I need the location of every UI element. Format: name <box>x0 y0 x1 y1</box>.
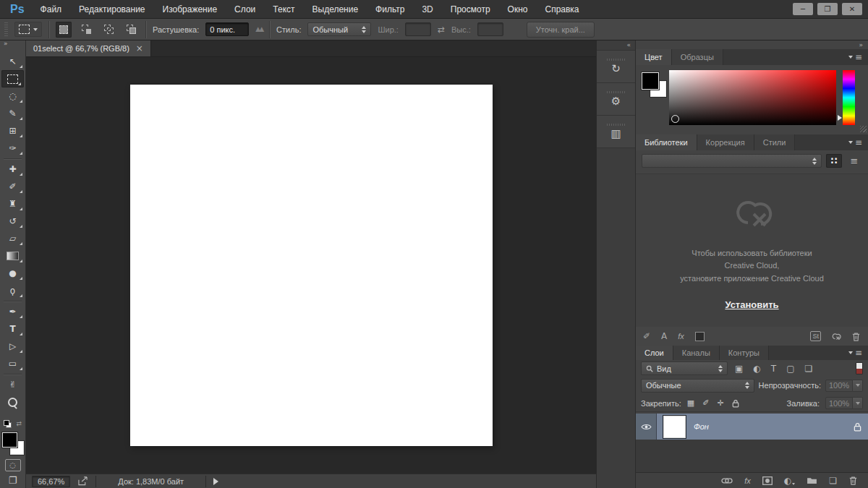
add-to-selection-button[interactable] <box>78 22 94 38</box>
subtract-from-selection-button[interactable] <box>101 22 116 38</box>
creative-cloud-icon[interactable] <box>830 331 843 342</box>
zoom-level-field[interactable]: 66,67% <box>32 476 70 487</box>
history-panel-button[interactable]: ↻ <box>597 51 635 83</box>
layer-visibility-toggle[interactable] <box>636 414 657 440</box>
dodge-tool[interactable]: ϙ <box>0 282 25 299</box>
foreground-color-swatch[interactable] <box>2 432 17 448</box>
eraser-tool[interactable]: ▱ <box>0 230 25 247</box>
quick-mask-button[interactable]: ◌ <box>5 459 21 471</box>
feather-input[interactable]: 0 пикс. <box>205 22 249 36</box>
menu-filter[interactable]: Фильтр <box>367 4 413 14</box>
tab-swatches[interactable]: Образцы <box>672 49 723 65</box>
options-grip[interactable] <box>4 22 8 37</box>
tab-libraries[interactable]: Библиотеки <box>636 134 697 150</box>
refine-edge-button[interactable]: Уточн. край... <box>527 22 595 38</box>
foreground-color-well[interactable] <box>642 72 659 90</box>
spot-healing-brush-tool[interactable]: ✚ <box>0 160 25 178</box>
collapse-right-icon[interactable]: » <box>859 42 863 48</box>
quick-selection-tool[interactable]: ✎ <box>0 105 25 122</box>
layer-row-background[interactable]: Фон <box>636 414 868 440</box>
panel-menu-button[interactable]: ≡ <box>848 49 868 65</box>
opacity-control[interactable]: 100% <box>825 380 863 392</box>
lock-transparent-pixels-icon[interactable]: ▦ <box>687 399 694 407</box>
collapse-arrows-icon[interactable]: » <box>0 40 25 47</box>
library-select[interactable] <box>642 154 822 168</box>
tab-channels[interactable]: Каналы <box>673 346 720 360</box>
color-field-marker[interactable] <box>671 115 679 123</box>
filter-pixel-layers-icon[interactable]: ▣ <box>735 364 743 373</box>
menu-select[interactable]: Выделение <box>304 4 367 14</box>
lock-all-icon[interactable] <box>732 399 739 408</box>
hue-slider[interactable] <box>843 70 855 125</box>
close-button[interactable]: ✕ <box>842 3 862 15</box>
add-character-style-icon[interactable]: А <box>661 332 667 341</box>
history-brush-tool[interactable]: ↺ <box>0 213 25 230</box>
panel-resize-grip[interactable] <box>860 126 867 132</box>
menu-view[interactable]: Просмотр <box>442 4 499 14</box>
hand-tool[interactable]: ✌ <box>0 376 25 393</box>
new-layer-icon[interactable]: ❏ <box>829 476 837 485</box>
document-canvas[interactable] <box>130 85 493 446</box>
swap-dimensions-icon[interactable]: ⇄ <box>438 25 445 34</box>
path-selection-tool[interactable]: ▷ <box>0 338 25 355</box>
brush-tool[interactable]: ✐ <box>0 178 25 195</box>
screen-mode-button[interactable]: ❐ <box>9 476 17 485</box>
lock-position-icon[interactable]: ✛ <box>717 399 723 407</box>
status-menu-arrow-icon[interactable] <box>213 478 218 485</box>
rectangle-tool[interactable]: ▭ <box>0 355 25 372</box>
install-link[interactable]: Установить <box>725 299 778 310</box>
add-layer-style-icon[interactable]: fx <box>678 332 684 341</box>
layer-filter-select[interactable]: Вид <box>641 361 728 375</box>
device-preview-panel-button[interactable]: ▥ <box>597 116 635 148</box>
document-tab[interactable]: 01select @ 66,7% (RGB/8) × <box>26 40 151 56</box>
fill-dropdown-button[interactable] <box>853 397 863 409</box>
lasso-tool[interactable]: ◌ <box>0 87 25 105</box>
menu-file[interactable]: Файл <box>32 4 71 14</box>
menu-help[interactable]: Справка <box>536 4 587 14</box>
swap-colors-icon[interactable]: ⇄ <box>16 421 22 427</box>
new-adjustment-layer-icon[interactable]: ◐ <box>784 476 795 485</box>
opacity-dropdown-button[interactable] <box>853 380 863 392</box>
list-view-button[interactable]: ≡ <box>846 154 862 168</box>
menu-type[interactable]: Текст <box>264 4 303 14</box>
blur-tool[interactable]: ● <box>0 265 25 282</box>
stock-badge[interactable]: St <box>810 331 821 341</box>
filter-adjustment-layers-icon[interactable]: ◐ <box>753 364 760 373</box>
move-tool[interactable]: ↖ <box>0 53 25 70</box>
tool-preset-picker[interactable] <box>14 22 42 37</box>
properties-panel-button[interactable]: ⚙ <box>597 83 635 116</box>
add-graphic-icon[interactable]: ✐ <box>643 332 650 341</box>
toolbar-header[interactable]: » <box>0 40 25 53</box>
new-group-icon[interactable] <box>807 476 817 484</box>
blend-mode-select[interactable]: Обычные <box>641 379 754 393</box>
lock-image-pixels-icon[interactable]: ✐ <box>702 399 709 407</box>
tab-color[interactable]: Цвет <box>636 49 672 65</box>
tab-adjustments[interactable]: Коррекция <box>697 134 754 150</box>
tab-layers[interactable]: Слои <box>636 346 673 360</box>
add-layer-mask-icon[interactable] <box>762 476 773 485</box>
restore-button[interactable]: ❐ <box>817 3 838 15</box>
collapse-left-icon[interactable]: « <box>626 42 631 48</box>
menu-window[interactable]: Окно <box>499 4 537 14</box>
zoom-tool[interactable] <box>0 393 25 411</box>
export-icon[interactable] <box>77 476 88 486</box>
filter-smart-object-icon[interactable]: ❏ <box>805 364 813 373</box>
opacity-value[interactable]: 100% <box>825 380 853 392</box>
add-color-icon[interactable] <box>695 332 705 341</box>
width-input[interactable] <box>405 22 431 36</box>
menu-edit[interactable]: Редактирование <box>70 4 153 14</box>
style-select[interactable]: Обычный <box>307 22 371 36</box>
menu-3d[interactable]: 3D <box>413 4 441 14</box>
saturation-brightness-field[interactable] <box>669 70 836 125</box>
filter-shape-layers-icon[interactable]: ▢ <box>786 364 794 373</box>
layer-thumbnail[interactable] <box>663 416 686 438</box>
panel-menu-button[interactable]: ≡ <box>848 346 868 360</box>
grid-view-button[interactable]: ∷ <box>826 154 842 168</box>
panel-menu-button[interactable]: ≡ <box>848 134 868 150</box>
gradient-tool[interactable] <box>0 247 25 265</box>
tab-paths[interactable]: Контуры <box>720 346 769 360</box>
layer-style-icon[interactable]: fx <box>744 476 751 485</box>
delete-layer-icon[interactable] <box>848 476 858 485</box>
fill-value[interactable]: 100% <box>825 397 853 409</box>
pen-tool[interactable]: ✒ <box>0 303 25 320</box>
